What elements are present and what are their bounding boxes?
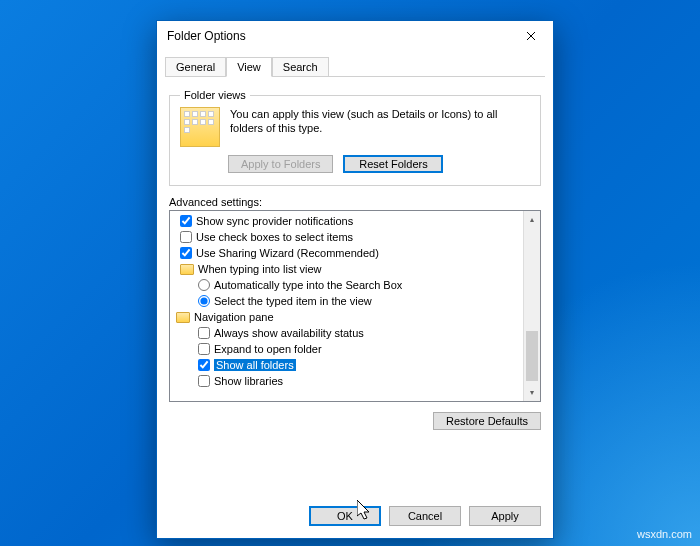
checkbox-show-sync[interactable] [180,215,192,227]
watermark-text: wsxdn.com [637,528,692,540]
checkbox-nav-availability[interactable] [198,327,210,339]
group-when-typing: When typing into list view [170,261,540,277]
tab-strip: General View Search [165,57,545,76]
option-nav-show-all[interactable]: Show all folders [170,357,540,373]
advanced-settings-tree[interactable]: Show sync provider notifications Use che… [169,210,541,402]
ok-button[interactable]: OK [309,506,381,526]
reset-folders-button[interactable]: Reset Folders [343,155,443,173]
scroll-up-arrow-icon[interactable]: ▴ [524,211,540,228]
folder-views-description: You can apply this view (such as Details… [230,107,530,147]
radio-typing-select[interactable] [198,295,210,307]
tab-view[interactable]: View [226,57,272,77]
radio-typing-auto[interactable] [198,279,210,291]
option-sharing-wizard[interactable]: Use Sharing Wizard (Recommended) [170,245,540,261]
cancel-button[interactable]: Cancel [389,506,461,526]
checkbox-nav-libraries[interactable] [198,375,210,387]
label-show-sync: Show sync provider notifications [196,215,353,227]
close-button[interactable] [508,21,553,51]
advanced-settings-label: Advanced settings: [169,196,541,208]
label-nav-libraries: Show libraries [214,375,283,387]
folder-views-legend: Folder views [180,89,250,101]
option-typing-select[interactable]: Select the typed item in the view [170,293,540,309]
scroll-down-arrow-icon[interactable]: ▾ [524,384,540,401]
option-show-sync[interactable]: Show sync provider notifications [170,213,540,229]
option-typing-auto[interactable]: Automatically type into the Search Box [170,277,540,293]
apply-button[interactable]: Apply [469,506,541,526]
checkbox-nav-show-all[interactable] [198,359,210,371]
folder-options-dialog: Folder Options General View Search Folde… [156,20,554,539]
option-nav-availability[interactable]: Always show availability status [170,325,540,341]
label-use-checkboxes: Use check boxes to select items [196,231,353,243]
option-use-checkboxes[interactable]: Use check boxes to select items [170,229,540,245]
label-typing-auto: Automatically type into the Search Box [214,279,402,291]
folder-icon [176,312,190,323]
tab-search[interactable]: Search [272,57,329,76]
tab-content-view: Folder views You can apply this view (su… [157,77,553,438]
checkbox-nav-expand[interactable] [198,343,210,355]
folder-views-icon [180,107,220,147]
label-nav-expand: Expand to open folder [214,343,322,355]
label-nav-availability: Always show availability status [214,327,364,339]
apply-to-folders-button: Apply to Folders [228,155,333,173]
folder-views-group: Folder views You can apply this view (su… [169,89,541,186]
option-nav-libraries[interactable]: Show libraries [170,373,540,389]
label-sharing-wizard: Use Sharing Wizard (Recommended) [196,247,379,259]
label-nav-show-all: Show all folders [214,359,296,371]
option-nav-expand[interactable]: Expand to open folder [170,341,540,357]
label-typing-select: Select the typed item in the view [214,295,372,307]
dialog-buttons: OK Cancel Apply [309,506,541,526]
tab-general[interactable]: General [165,57,226,76]
label-navigation-pane: Navigation pane [194,311,274,323]
scrollbar[interactable]: ▴ ▾ [523,211,540,401]
checkbox-use-checkboxes[interactable] [180,231,192,243]
window-title: Folder Options [167,29,508,43]
group-navigation-pane: Navigation pane [170,309,540,325]
scroll-thumb[interactable] [526,331,538,381]
titlebar: Folder Options [157,21,553,51]
close-icon [526,31,536,41]
restore-defaults-button[interactable]: Restore Defaults [433,412,541,430]
label-when-typing: When typing into list view [198,263,322,275]
checkbox-sharing-wizard[interactable] [180,247,192,259]
folder-icon [180,264,194,275]
